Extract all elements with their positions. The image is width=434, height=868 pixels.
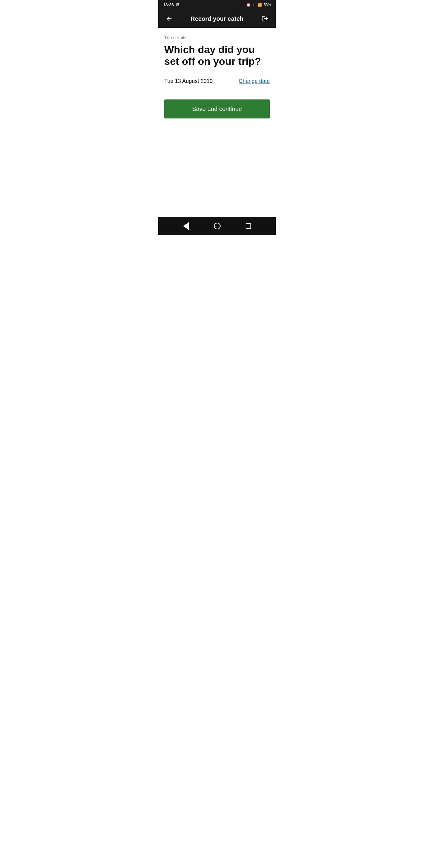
section-label: Trip details [164, 35, 270, 40]
alarm-icon: ⏰ [246, 3, 251, 7]
do-not-disturb-icon: ⊖ [253, 3, 255, 7]
signal-icon: 📶 [257, 3, 262, 7]
save-continue-button[interactable]: Save and continue [164, 99, 270, 119]
exit-icon [261, 15, 269, 22]
status-bar: 13:36 🖼 ⏰ ⊖ 📶 53% [158, 0, 276, 10]
image-icon: 🖼 [176, 3, 179, 7]
nav-home-icon [214, 223, 221, 229]
status-bar-left: 13:36 🖼 [163, 2, 179, 7]
back-arrow-icon [165, 15, 173, 22]
selected-date: Tue 13 August 2019 [164, 78, 213, 84]
back-button[interactable] [163, 13, 175, 25]
bottom-nav [158, 217, 276, 235]
battery-percentage: 53% [264, 3, 271, 7]
question-title: Which day did you set off on your trip? [164, 44, 270, 67]
nav-back-button[interactable] [177, 220, 195, 232]
main-content: Trip details Which day did you set off o… [158, 28, 276, 172]
app-bar: Record your catch [158, 10, 276, 28]
status-bar-right: ⏰ ⊖ 📶 53% [246, 3, 271, 7]
date-row: Tue 13 August 2019 Change date [164, 78, 270, 84]
app-bar-title: Record your catch [175, 16, 259, 22]
change-date-button[interactable]: Change date [239, 78, 270, 84]
nav-back-icon [183, 222, 189, 230]
status-time: 13:36 [163, 2, 174, 7]
exit-button[interactable] [259, 13, 271, 25]
nav-recent-button[interactable] [240, 221, 257, 231]
nav-home-button[interactable] [208, 220, 227, 232]
nav-recent-icon [246, 223, 251, 229]
